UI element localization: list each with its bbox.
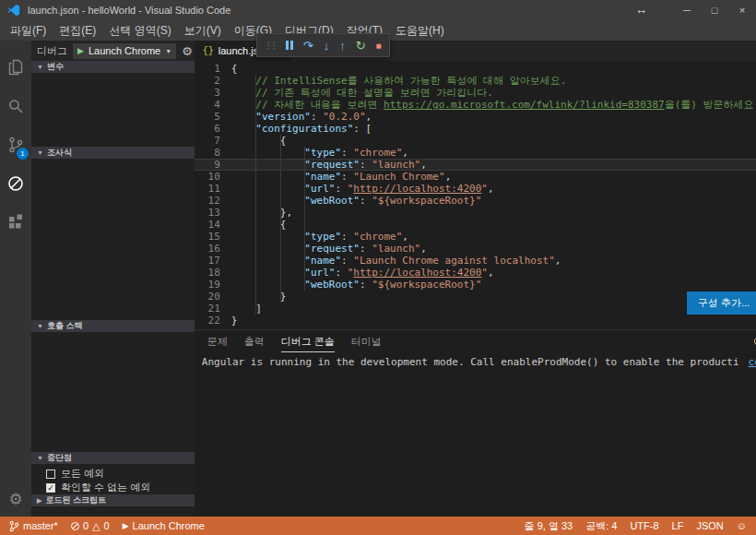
step-over-button[interactable]: ↷ <box>303 40 313 52</box>
line-number: 17 <box>195 255 231 267</box>
feedback-smiley-icon[interactable]: ☺ <box>737 520 747 531</box>
section-label: 조사식 <box>47 147 72 159</box>
panel-tab-bar: 문제출력디버그 콘솔터미널 × <box>195 330 756 352</box>
chevron-down-icon: ▼ <box>37 323 43 329</box>
line-number: 20 <box>195 291 231 303</box>
line-number: 8 <box>195 147 231 159</box>
code-line[interactable]: 19 "webRoot": "${workspaceRoot}" <box>195 279 756 291</box>
code-line[interactable]: 6 "configurations": [ <box>195 123 756 135</box>
console-source-link[interactable]: core.js:3565 <box>749 356 756 368</box>
panel-tab[interactable]: 디버그 콘솔 <box>281 331 335 352</box>
code-line[interactable]: 5 "version": "0.2.0", <box>195 111 756 123</box>
code-line[interactable]: 17 "name": "Launch Chrome against localh… <box>195 255 756 267</box>
eol[interactable]: LF <box>672 520 684 531</box>
line-number: 16 <box>195 243 231 255</box>
code-line[interactable]: 18 "url": "http://localhost:4200", <box>195 267 756 279</box>
checkbox-unchecked[interactable] <box>46 470 55 479</box>
search-icon[interactable] <box>0 87 31 125</box>
restart-button[interactable]: ↻ <box>356 40 366 52</box>
panel-tab[interactable]: 출력 <box>244 331 265 352</box>
extensions-icon[interactable] <box>0 203 31 242</box>
explorer-icon[interactable] <box>0 48 31 87</box>
code-line[interactable]: 11 "url": "http://localhost:4200", <box>195 183 756 195</box>
line-number: 6 <box>195 123 231 135</box>
settings-gear-icon[interactable]: ⚙ <box>0 490 31 509</box>
code-line[interactable]: 1{ <box>195 63 756 75</box>
section-header-watch[interactable]: ▼ 조사식 <box>31 147 195 159</box>
panel-tab[interactable]: 터미널 <box>351 331 382 352</box>
debug-console-output: Angular is running in the development mo… <box>195 352 756 368</box>
code-line[interactable]: 14 { <box>195 219 756 231</box>
debug-target-item[interactable]: ▶ Launch Chrome <box>123 520 205 531</box>
menu-item[interactable]: 도움말(H) <box>389 23 451 39</box>
step-out-button[interactable]: ↑ <box>339 40 346 52</box>
add-configuration-button[interactable]: 구성 추가... <box>687 291 756 315</box>
bottom-panel: 문제출력디버그 콘솔터미널 × Angular is running in th… <box>195 329 756 517</box>
code-line[interactable]: 13 }, <box>195 207 756 219</box>
minimize-button[interactable]: ─ <box>673 0 701 20</box>
code-line[interactable]: 16 "request": "launch", <box>195 243 756 255</box>
section-header-loaded-scripts[interactable]: ▶ 로드된 스크립트 <box>31 494 195 506</box>
git-branch-item[interactable]: master* <box>9 520 58 532</box>
code-line[interactable]: 21 ] <box>195 303 756 315</box>
window-title: launch.json - helloWorld - Visual Studio… <box>28 5 230 16</box>
stop-button[interactable]: ■ <box>376 40 382 52</box>
indentation[interactable]: 공백: 4 <box>585 519 617 533</box>
branch-icon <box>9 520 19 532</box>
code-line[interactable]: 2 // IntelliSense를 사용하여 가능한 특성에 대해 알아보세요… <box>195 75 756 87</box>
section-label: 변수 <box>47 61 64 73</box>
line-number: 2 <box>195 75 231 87</box>
code-line[interactable]: 8 "type": "chrome", <box>195 147 756 159</box>
code-line[interactable]: 20 } <box>195 291 756 303</box>
maximize-button[interactable]: □ <box>701 0 728 20</box>
start-debug-icon[interactable]: ▶ <box>77 46 84 55</box>
debug-target-label: Launch Chrome <box>133 520 205 531</box>
code-line[interactable]: 4 // 자세한 내용을 보려면 https://go.microsoft.co… <box>195 99 756 111</box>
section-header-call-stack[interactable]: ▼ 호출 스택 <box>31 320 195 332</box>
line-number: 12 <box>195 195 231 207</box>
menu-item[interactable]: 선택 영역(S) <box>102 23 177 39</box>
vscode-logo-icon <box>7 3 22 18</box>
step-into-button[interactable]: ↓ <box>324 40 330 52</box>
play-icon: ▶ <box>123 521 129 530</box>
breakpoint-label: 확인할 수 없는 예외 <box>61 481 150 494</box>
checkbox-checked[interactable]: ✓ <box>46 483 55 493</box>
problems-item[interactable]: 0 △ 0 <box>71 520 110 532</box>
line-number: 5 <box>195 111 231 123</box>
language-mode[interactable]: JSON <box>696 520 723 531</box>
section-header-breakpoints[interactable]: ▼ 중단점 <box>31 452 195 464</box>
source-control-icon[interactable]: 1 <box>0 125 31 164</box>
code-line[interactable]: 3 // 기존 특성에 대한 설명을 보려면 가리킵니다. <box>195 87 756 99</box>
debug-config-dropdown[interactable]: ▶ Launch Chrome ▼ <box>73 43 176 59</box>
sidebar-filler <box>31 506 195 517</box>
editor[interactable]: 1{2 // IntelliSense를 사용하여 가능한 특성에 대해 알아보… <box>195 61 756 329</box>
branch-name: master* <box>23 520 58 531</box>
sidebar-title: 디버그 <box>37 44 67 58</box>
panel-tab[interactable]: 문제 <box>207 331 228 352</box>
drag-handle-icon[interactable]: ⋮⋮ <box>265 41 276 50</box>
menu-item[interactable]: 보기(V) <box>178 23 228 39</box>
watch-body <box>31 159 195 320</box>
menu-item[interactable]: 파일(F) <box>4 23 53 39</box>
encoding[interactable]: UTF-8 <box>630 520 658 531</box>
code-line[interactable]: 10 "name": "Launch Chrome", <box>195 171 756 183</box>
editor-group: ⋮⋮ ↷ ↓ ↑ ↻ ■ {} launch.json × ··· 1{ <box>195 41 756 517</box>
code-line[interactable]: 9 "request": "launch", <box>195 159 756 171</box>
section-header-variables[interactable]: ▼ 변수 <box>31 61 195 73</box>
code-line[interactable]: 7 { <box>195 135 756 147</box>
breakpoint-item[interactable]: 모든 예외 <box>31 467 195 481</box>
debug-icon[interactable] <box>0 164 31 203</box>
menu-item[interactable]: 편집(E) <box>53 23 102 39</box>
code-line[interactable]: 22} <box>195 315 756 327</box>
pause-button[interactable] <box>286 41 293 50</box>
code-line[interactable]: 12 "webRoot": "${workspaceRoot}" <box>195 195 756 207</box>
code-line[interactable]: 15 "type": "chrome", <box>195 231 756 243</box>
cursor-position[interactable]: 줄 9, 열 33 <box>525 519 573 533</box>
indent-guide <box>280 135 281 303</box>
close-button[interactable]: × <box>728 0 756 20</box>
breakpoint-item[interactable]: ✓확인할 수 없는 예외 <box>31 481 195 494</box>
line-number: 21 <box>195 303 231 315</box>
warnings-icon: △ <box>92 520 100 532</box>
errors-icon <box>71 522 79 530</box>
configure-gear-icon[interactable]: ⚙ <box>182 44 193 58</box>
